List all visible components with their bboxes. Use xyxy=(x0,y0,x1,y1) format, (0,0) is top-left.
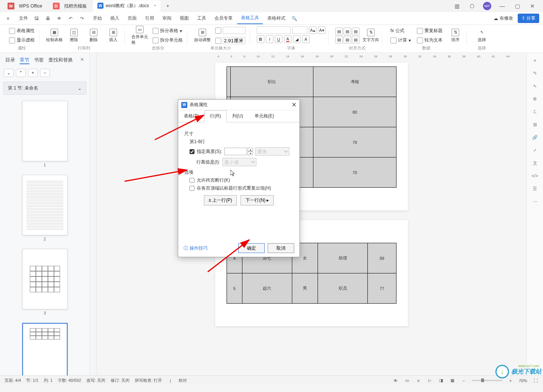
menu-start[interactable]: 开始 xyxy=(89,13,106,24)
menu-member[interactable]: 会员专享 xyxy=(211,13,236,24)
highlight-button[interactable]: ◢ xyxy=(293,35,301,43)
horizontal-ruler[interactable]: 468101214161820222426283032343638404244 xyxy=(195,53,526,60)
unit-select[interactable]: 厘米 xyxy=(255,147,289,156)
sidebar-expand-button[interactable]: ⌃ xyxy=(16,69,26,77)
row-height-input[interactable] xyxy=(214,26,247,35)
sidebar-collapse-button[interactable]: ⌄ xyxy=(4,69,14,77)
share-button[interactable]: ⇪ 分享 xyxy=(518,14,539,23)
view-web-button[interactable]: ▷ xyxy=(427,378,433,384)
menu-review[interactable]: 审阅 xyxy=(159,13,175,24)
vertical-ruler[interactable] xyxy=(90,53,97,375)
select-button[interactable]: ↖选择 xyxy=(474,29,490,43)
align-tl-button[interactable]: ▤ xyxy=(335,28,343,35)
sidebar-tab-bookmarks[interactable]: 书签 xyxy=(34,57,44,64)
print-preview-button[interactable]: 👁 xyxy=(55,14,63,23)
dialog-tab-column[interactable]: 列(U) xyxy=(227,110,249,122)
status-col[interactable]: 列: 1 xyxy=(44,378,52,383)
status-words[interactable]: 字数: 40/592 xyxy=(58,378,81,383)
sidebar-tab-chapters[interactable]: 章节 xyxy=(20,57,29,64)
repeat-header-button[interactable]: 重复标题 xyxy=(415,27,444,35)
sidebar-add-button[interactable]: + xyxy=(28,69,38,77)
file-menu[interactable]: 文件 xyxy=(15,13,32,24)
status-section[interactable]: 节: 1/1 xyxy=(26,378,38,383)
align-tr-button[interactable]: ▤ xyxy=(352,28,359,35)
window-cube-button[interactable]: ⬡ xyxy=(464,1,480,11)
delete-button[interactable]: ⊟删除 xyxy=(85,29,102,43)
sort-button[interactable]: ⇅排序 xyxy=(447,29,464,43)
status-proofread[interactable]: 校对 xyxy=(179,378,187,383)
add-tab-button[interactable]: + xyxy=(162,1,174,11)
dialog-tab-table[interactable]: 表格(T) xyxy=(178,110,204,122)
split-cells-button[interactable]: 拆分单元格 xyxy=(151,36,184,44)
sidebar-close-button[interactable]: ✕ xyxy=(80,57,84,64)
align-mr-button[interactable]: ▤ xyxy=(352,36,359,43)
thumbnail-3[interactable]: 3 xyxy=(22,249,68,315)
view-read-button[interactable]: ▭ xyxy=(404,378,410,384)
thumbnail-1[interactable]: 1 xyxy=(22,101,68,167)
menu-tools[interactable]: 工具 xyxy=(193,13,210,24)
font-dec-button[interactable]: A▾ xyxy=(318,26,325,34)
font-family-input[interactable] xyxy=(257,26,291,34)
zoom-slider[interactable] xyxy=(472,380,502,381)
dialog-close-button[interactable]: ✕ xyxy=(292,101,296,108)
align-tc-button[interactable]: ▤ xyxy=(344,28,351,35)
rail-collapse-button[interactable]: « xyxy=(531,57,539,64)
document-content[interactable]: 468101214161820222426283032343638404244 … xyxy=(97,53,526,375)
menu-table-tools[interactable]: 表格工具 xyxy=(237,12,263,24)
menu-hamburger-button[interactable]: ≡ xyxy=(4,14,12,23)
changes-indicator[interactable]: ☁有修改 xyxy=(494,15,513,22)
redo-button[interactable]: ↷ xyxy=(78,14,86,23)
table-properties-button[interactable]: 表格属性 xyxy=(8,27,36,35)
row-height-mode-select[interactable]: 最小值 xyxy=(222,158,256,166)
height-input[interactable] xyxy=(224,148,247,155)
maximize-button[interactable]: ▢ xyxy=(510,1,525,11)
formula-button[interactable]: fx 公式 xyxy=(389,27,412,35)
rail-bookmark-icon[interactable]: ⊞ xyxy=(531,121,539,128)
cancel-button[interactable]: 取消 xyxy=(268,243,294,253)
zoom-out-button[interactable]: − xyxy=(461,378,467,384)
underline-button[interactable]: U xyxy=(275,35,282,43)
user-avatar[interactable]: WP xyxy=(480,1,495,11)
height-spin-up[interactable]: ▲ xyxy=(248,148,253,151)
print-button[interactable]: 🖶 xyxy=(44,14,52,23)
tips-link[interactable]: ⓘ操作技巧 xyxy=(184,245,208,252)
save-button[interactable]: 🖫 xyxy=(32,14,41,23)
font-color-button[interactable]: A xyxy=(284,35,292,43)
window-layout-button[interactable]: ▥ xyxy=(449,1,464,11)
auto-adjust-button[interactable]: ⊞自动调整 xyxy=(194,29,211,43)
dialog-tab-row[interactable]: 行(R) xyxy=(204,110,227,122)
height-spin-down[interactable]: ▼ xyxy=(248,151,253,155)
font-size-input[interactable] xyxy=(292,26,307,34)
sidebar-remove-button[interactable]: − xyxy=(40,69,50,77)
menu-reference[interactable]: 引用 xyxy=(141,13,158,24)
calculate-button[interactable]: 计算 ▾ xyxy=(389,36,412,44)
status-track[interactable]: 改写: 关闭 xyxy=(86,378,105,383)
effects-button[interactable]: A xyxy=(302,35,310,43)
rail-translate-icon[interactable]: 文 xyxy=(531,159,539,167)
ok-button[interactable]: 确定 xyxy=(238,243,265,253)
menu-page[interactable]: 页面 xyxy=(124,13,140,24)
status-revise[interactable]: 修订: 关闭 xyxy=(111,378,130,383)
allow-break-checkbox[interactable] xyxy=(190,178,194,183)
template-tab[interactable]: D 找稻壳模板 xyxy=(48,0,91,12)
sidebar-tab-toc[interactable]: 目录 xyxy=(5,57,15,64)
split-table-button[interactable]: 拆分表格 ▾ xyxy=(151,27,184,35)
bold-button[interactable]: B xyxy=(257,35,264,43)
view-outline-button[interactable]: ◨ xyxy=(438,378,444,384)
italic-button[interactable]: I xyxy=(266,35,273,43)
rail-style-icon[interactable]: ℒ xyxy=(531,108,539,116)
col-width-input[interactable] xyxy=(214,36,247,45)
view-layout-button[interactable]: ≡ xyxy=(415,378,421,384)
status-page[interactable]: 页面: 4/4 xyxy=(5,378,21,383)
rail-list-icon[interactable]: ☰ xyxy=(531,185,539,193)
erase-button[interactable]: ◫擦除 xyxy=(66,29,82,43)
align-ml-button[interactable]: ▤ xyxy=(335,36,343,43)
rail-link-icon[interactable]: 🔗 xyxy=(531,134,539,141)
zoom-level[interactable]: 70% xyxy=(519,378,527,383)
rail-settings-icon[interactable]: ⚙ xyxy=(531,95,539,103)
rail-pen-icon[interactable]: ✎ xyxy=(531,69,539,77)
sidebar-tab-find[interactable]: 查找和替换 xyxy=(48,57,73,64)
thumbnail-4[interactable]: 4 xyxy=(22,323,68,375)
view-eye-button[interactable]: 👁 xyxy=(393,378,399,384)
document-tab[interactable]: W word教程（新）.docx • xyxy=(93,0,160,12)
